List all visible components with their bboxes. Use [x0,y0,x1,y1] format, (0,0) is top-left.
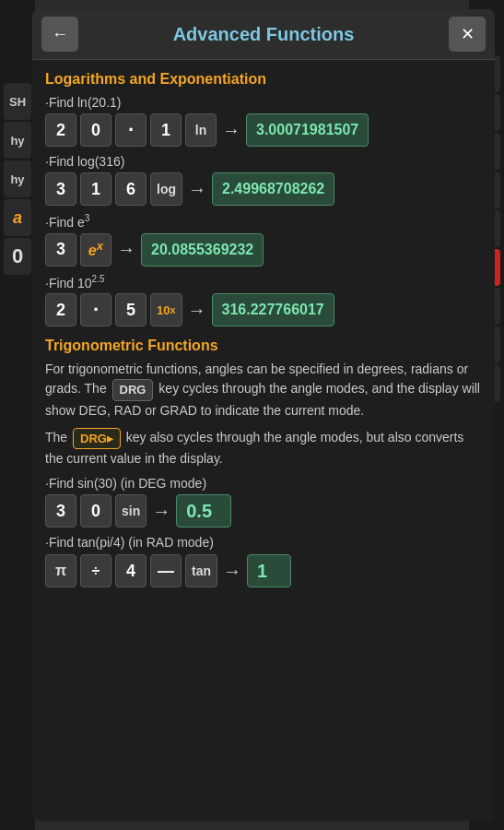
ln-label: ·Find ln(20.1) [45,95,482,110]
drg-arrow-key[interactable]: DRG▸ [73,428,121,450]
key-sin[interactable]: sin [115,494,147,528]
trig-desc-2: The DRG▸ key also cycles through the ang… [45,428,482,469]
arrow-2: → [188,179,206,200]
ln-result: 3.00071981507 [246,113,369,147]
page-title: Advanced Functions [78,24,449,45]
modal-header: ← Advanced Functions ✕ [32,9,495,60]
key-3b[interactable]: 3 [45,233,76,267]
tan-label: ·Find tan(pi/4) (in RAD mode) [45,535,482,550]
pow10-label: ·Find 102.5 [45,274,482,290]
arrow-3: → [117,239,135,260]
back-icon: ← [52,25,68,44]
log-section-title: Logarithms and Exponentiation [45,71,482,88]
key-ex[interactable]: ex [80,233,111,267]
a-button[interactable]: a [4,199,31,236]
drg-basic-key[interactable]: DRG [112,379,154,401]
log-label: ·Find log(316) [45,154,482,169]
log-equation: 3 1 6 log → 2.49968708262 [45,172,482,206]
exp-e-equation: 3 ex → 20.0855369232 [45,233,482,267]
trig-desc-1: For trigonometric functions, angles can … [45,360,482,421]
key-dot[interactable]: · [115,113,147,147]
modal: ← Advanced Functions ✕ Logarithms and Ex… [32,9,495,821]
arrow-4: → [188,300,206,321]
exp-e-label: ·Find e3 [45,213,482,230]
zero-button[interactable]: 0 [4,238,31,275]
sin30-label: ·Find sin(30) (in DEG mode) [45,476,482,491]
key-10x[interactable]: 10x [150,293,182,326]
key-5[interactable]: 5 [115,293,147,326]
key-6[interactable]: 6 [115,172,147,206]
sh-button[interactable]: SH [4,83,31,120]
key-0b[interactable]: 0 [80,494,111,528]
arrow-5: → [152,501,170,522]
key-tan[interactable]: tan [185,554,217,587]
pow10-equation: 2 · 5 10x → 316.227766017 [45,293,482,326]
trig-section-title: Trigonometric Functions [45,338,482,354]
tan-result: 1 [247,554,291,587]
back-button[interactable]: ← [41,17,78,52]
pow10-result: 316.227766017 [212,293,334,326]
scroll-content[interactable]: Logarithms and Exponentiation ·Find ln(2… [32,60,495,821]
exp-e-result: 20.0855369232 [141,233,264,267]
left-sidebar: SH hy hy a 0 [0,0,35,830]
tan-equation: π ÷ 4 — tan → 1 [45,553,482,588]
key-pi[interactable]: π [45,554,76,587]
log-result: 2.49968708262 [212,172,334,206]
key-1b[interactable]: 1 [80,172,111,206]
arrow-6: → [223,561,241,582]
arrow-1: → [222,120,240,141]
key-4[interactable]: 4 [115,554,147,587]
close-button[interactable]: ✕ [449,17,486,52]
sin30-equation: 3 0 sin → 0.5 [45,494,482,528]
key-dot2[interactable]: · [80,293,111,326]
key-3[interactable]: 3 [45,172,76,206]
key-2b[interactable]: 2 [45,293,76,326]
sin30-result: 0.5 [176,494,231,528]
key-minus[interactable]: — [150,554,182,587]
key-log[interactable]: log [150,172,182,206]
key-1[interactable]: 1 [150,113,182,147]
hy2-button[interactable]: hy [4,160,31,197]
key-2[interactable]: 2 [45,113,76,147]
close-icon: ✕ [461,24,475,44]
key-3c[interactable]: 3 [45,494,76,528]
key-0[interactable]: 0 [80,113,111,147]
trig-section: Trigonometric Functions For trigonometri… [45,338,482,588]
ln-equation: 2 0 · 1 ln → 3.00071981507 [45,113,482,147]
hy-button[interactable]: hy [4,122,31,159]
key-div[interactable]: ÷ [80,554,111,587]
key-ln[interactable]: ln [185,113,217,147]
